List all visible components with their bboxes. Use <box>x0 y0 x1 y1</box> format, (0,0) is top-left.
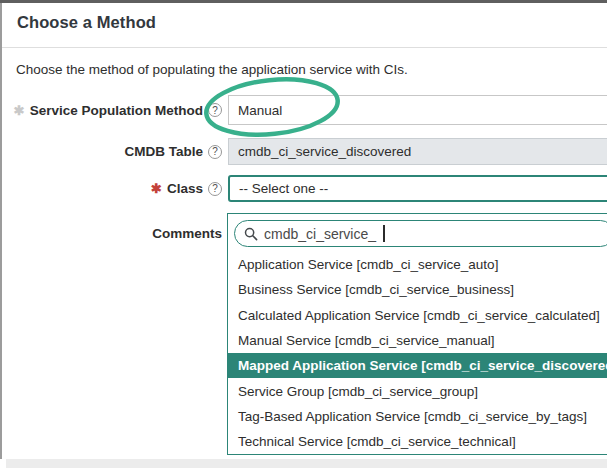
class-dropdown-panel: cmdb_ci_service_ Application Service [cm… <box>227 213 607 455</box>
text-cursor <box>383 225 385 242</box>
class-label-text: Class <box>167 181 203 196</box>
search-icon <box>244 227 258 241</box>
service-population-method-select[interactable]: Manual <box>228 95 607 125</box>
dialog-instruction: Choose the method of populating the appl… <box>16 62 408 77</box>
dropdown-option[interactable]: Calculated Application Service [cmdb_ci_… <box>228 303 607 328</box>
dropdown-option[interactable]: Mapped Application Service [cmdb_ci_serv… <box>228 353 607 378</box>
help-icon[interactable]: ? <box>208 182 222 196</box>
service-population-method-label-text: Service Population Method <box>30 103 203 118</box>
comments-label: Comments <box>0 220 222 247</box>
class-options-list: Application Service [cmdb_ci_service_aut… <box>228 252 607 454</box>
cmdb-table-readonly-field: cmdb_ci_service_discovered <box>228 138 607 165</box>
mandatory-required-icon: ✱ <box>151 182 162 195</box>
dropdown-option[interactable]: Application Service [cmdb_ci_service_aut… <box>228 252 607 277</box>
class-select-value: -- Select one -- <box>239 181 328 196</box>
class-select[interactable]: -- Select one -- <box>228 175 607 202</box>
mandatory-filled-icon: ✱ <box>14 104 25 117</box>
service-population-method-value: Manual <box>238 103 282 118</box>
cmdb-table-label: CMDB Table ? <box>0 138 222 165</box>
service-population-method-label: ✱ Service Population Method ? <box>0 95 222 125</box>
dialog-footer-strip <box>6 459 607 468</box>
choose-method-dialog: Choose a Method Choose the method of pop… <box>0 0 607 468</box>
dropdown-option[interactable]: Tag-Based Application Service [cmdb_ci_s… <box>228 404 607 429</box>
class-label: ✱ Class ? <box>0 175 222 202</box>
help-icon[interactable]: ? <box>208 103 222 117</box>
cmdb-table-label-text: CMDB Table <box>124 144 203 159</box>
class-search-value: cmdb_ci_service_ <box>264 226 376 242</box>
dialog-title: Choose a Method <box>17 13 156 32</box>
dialog-top-border <box>0 0 607 3</box>
help-icon[interactable]: ? <box>208 145 222 159</box>
class-search-input[interactable]: cmdb_ci_service_ <box>234 220 607 247</box>
header-divider <box>2 47 607 48</box>
comments-label-text: Comments <box>152 226 222 241</box>
dropdown-option[interactable]: Technical Service [cmdb_ci_service_techn… <box>228 429 607 454</box>
cmdb-table-value: cmdb_ci_service_discovered <box>238 144 411 159</box>
dropdown-option[interactable]: Manual Service [cmdb_ci_service_manual] <box>228 328 607 353</box>
dropdown-option[interactable]: Service Group [cmdb_ci_service_group] <box>228 378 607 403</box>
dropdown-option[interactable]: Business Service [cmdb_ci_service_busine… <box>228 277 607 302</box>
